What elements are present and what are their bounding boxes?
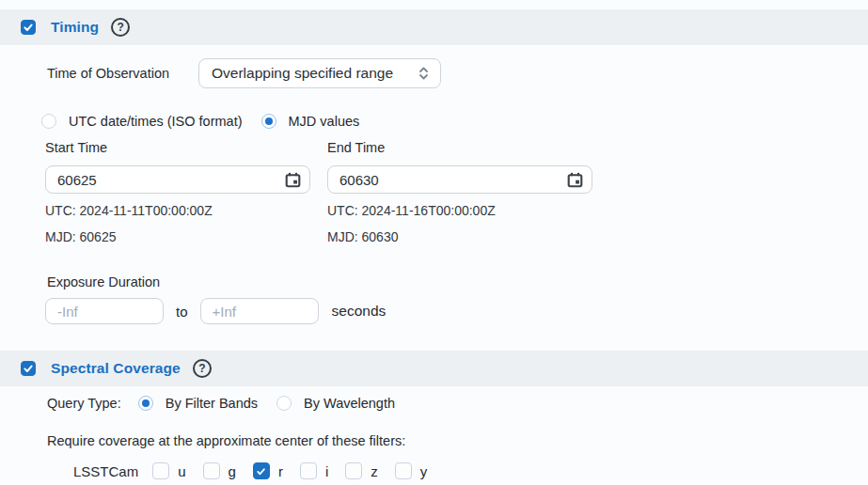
start-time-mjd-readout: MJD: 60625 <box>45 227 310 246</box>
check-icon <box>256 466 266 477</box>
end-time-field <box>327 165 592 194</box>
filter-bands-row: LSSTCam u g r i <box>47 462 868 479</box>
filter-coverage-instruction: Require coverage at the approximate cent… <box>47 433 868 448</box>
radio-mjd-values[interactable] <box>261 114 276 129</box>
band-g-checkbox[interactable] <box>203 462 220 479</box>
exposure-duration-row: to seconds <box>45 298 868 324</box>
end-time-input[interactable] <box>339 172 567 188</box>
band-y-checkbox[interactable] <box>395 462 412 479</box>
spectral-help-icon[interactable]: ? <box>193 359 212 378</box>
timing-section-header: Timing ? <box>0 9 868 45</box>
time-of-observation-selected-value: Overlapping specified range <box>212 65 393 82</box>
band-option-z: z <box>345 462 378 479</box>
check-icon <box>23 22 34 33</box>
band-i-checkbox[interactable] <box>300 462 317 479</box>
time-of-observation-select[interactable]: Overlapping specified range <box>198 58 441 88</box>
end-time-column: End Time UTC: 2024-11-16T00:00:00Z MJD: … <box>327 140 592 246</box>
end-time-calendar-icon[interactable] <box>567 172 583 188</box>
time-of-observation-label: Time of Observation <box>47 66 169 81</box>
time-format-radio-group: UTC date/times (ISO format) MJD values <box>41 114 868 129</box>
band-u-checkbox[interactable] <box>152 462 169 479</box>
start-time-field <box>45 165 310 194</box>
spectral-section-body: Query Type: By Filter Bands By Wavelengt… <box>0 396 868 479</box>
radio-by-filter-bands[interactable] <box>138 396 153 411</box>
end-time-label: End Time <box>327 140 592 155</box>
timing-section-body: Time of Observation Overlapping specifie… <box>0 58 868 324</box>
exposure-duration-label: Exposure Duration <box>47 274 868 289</box>
end-time-utc-readout: UTC: 2024-11-16T00:00:00Z <box>327 201 592 220</box>
band-option-r: r <box>253 462 283 479</box>
band-r-checkbox[interactable] <box>253 462 270 479</box>
band-z-checkbox[interactable] <box>345 462 362 479</box>
band-g-label: g <box>229 463 236 479</box>
exposure-range-joiner: to <box>176 304 188 320</box>
start-time-label: Start Time <box>45 140 310 155</box>
exposure-max-input[interactable] <box>200 298 319 324</box>
spectral-section-header: Spectral Coverage ? <box>0 351 868 386</box>
spectral-enabled-checkbox[interactable] <box>21 361 36 376</box>
band-i-label: i <box>325 463 328 479</box>
timing-help-icon[interactable]: ? <box>111 18 130 37</box>
start-time-input[interactable] <box>57 172 285 188</box>
radio-mjd-values-label[interactable]: MJD values <box>289 114 360 129</box>
band-z-label: z <box>371 463 378 479</box>
band-option-y: y <box>395 462 428 479</box>
start-time-calendar-icon[interactable] <box>285 172 301 188</box>
band-option-g: g <box>203 462 236 479</box>
chevron-updown-icon <box>418 65 430 82</box>
time-range-columns: Start Time UTC: 2024-11-11T00:00:00Z MJD… <box>45 140 868 246</box>
start-time-column: Start Time UTC: 2024-11-11T00:00:00Z MJD… <box>45 140 310 246</box>
radio-utc-format-label[interactable]: UTC date/times (ISO format) <box>69 114 243 129</box>
band-u-label: u <box>178 463 185 479</box>
end-time-mjd-readout: MJD: 60630 <box>327 227 592 246</box>
band-y-label: y <box>420 463 428 479</box>
query-type-radio-group: Query Type: By Filter Bands By Wavelengt… <box>47 396 868 411</box>
timing-enabled-checkbox[interactable] <box>21 20 36 35</box>
check-icon <box>23 363 34 374</box>
time-of-observation-row: Time of Observation Overlapping specifie… <box>47 58 868 88</box>
spectral-section-title: Spectral Coverage <box>51 360 181 377</box>
radio-by-wavelength[interactable] <box>276 396 292 411</box>
band-option-u: u <box>152 462 185 479</box>
radio-by-wavelength-label[interactable]: By Wavelength <box>304 396 395 411</box>
start-time-utc-readout: UTC: 2024-11-11T00:00:00Z <box>45 201 310 220</box>
radio-utc-format[interactable] <box>41 114 56 129</box>
band-r-label: r <box>278 463 283 479</box>
radio-by-filter-bands-label[interactable]: By Filter Bands <box>166 396 258 411</box>
exposure-min-input[interactable] <box>45 298 164 324</box>
band-option-i: i <box>300 462 328 479</box>
timing-section-title: Timing <box>51 19 99 36</box>
instrument-label: LSSTCam <box>73 463 138 479</box>
exposure-unit-label: seconds <box>332 303 387 320</box>
query-type-label: Query Type: <box>47 396 121 411</box>
